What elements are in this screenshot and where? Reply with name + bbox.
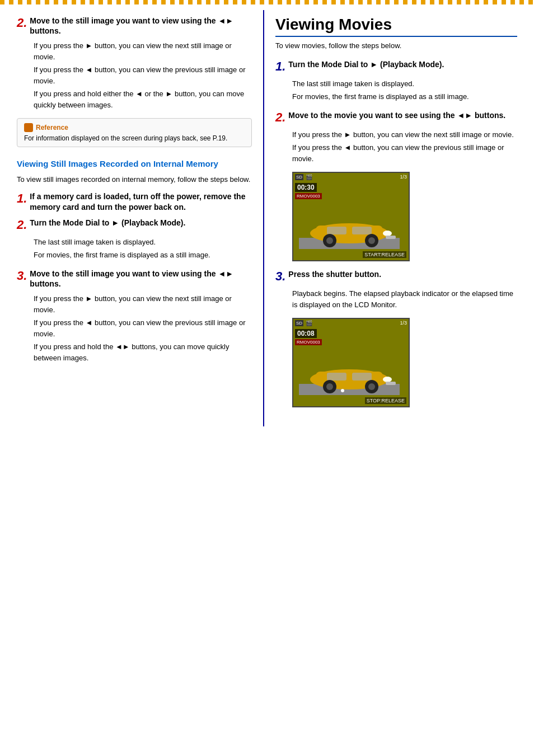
step2b-left-num: 2. bbox=[17, 218, 27, 232]
svg-point-19 bbox=[368, 383, 375, 390]
reference-label: Reference bbox=[36, 124, 68, 132]
step1-right-num: 1. bbox=[275, 59, 285, 74]
step2b-left-heading: Turn the Mode Dial to ► (Playback Mode). bbox=[30, 218, 185, 228]
screen1-timer: 00:30 bbox=[295, 183, 317, 192]
step3-left-num: 3. bbox=[17, 269, 27, 283]
step3-left-p2: If you press the ◄ button, you can view … bbox=[34, 317, 252, 339]
reference-title: Reference bbox=[24, 123, 245, 132]
svg-rect-21 bbox=[386, 382, 396, 385]
reference-box: Reference For information displayed on t… bbox=[17, 118, 252, 147]
viewing-movies-title: Viewing Movies bbox=[275, 16, 517, 37]
svg-rect-3 bbox=[327, 227, 346, 234]
step2-left-num: 2. bbox=[17, 16, 27, 30]
section-title-text: Viewing Still Images Recorded on Interna… bbox=[17, 159, 218, 168]
reference-icon bbox=[24, 123, 33, 132]
step1-right-p1: The last still image taken is displayed. bbox=[292, 78, 517, 90]
car-svg-2 bbox=[299, 350, 400, 395]
step2-left-heading: Move to the still image you want to view… bbox=[30, 16, 252, 36]
step2b-left-p1: The last still image taken is displayed. bbox=[34, 237, 252, 248]
step2-right-header: 2. Move to the movie you want to see usi… bbox=[275, 110, 517, 125]
svg-point-6 bbox=[326, 237, 333, 244]
car-svg-1 bbox=[299, 204, 400, 249]
left-column: 2. Move to the still image you want to v… bbox=[0, 10, 263, 426]
step1-left-num: 1. bbox=[17, 191, 27, 206]
step2b-left-body: The last still image taken is displayed.… bbox=[34, 237, 252, 261]
step1-left-header: 1. If a memory card is loaded, turn off … bbox=[17, 191, 252, 212]
step3-right-p1: Playback begins. The elapsed playback in… bbox=[292, 288, 517, 310]
screen1-label: START:RELEASE bbox=[363, 251, 406, 258]
right-intro: To view movies, follow the steps below. bbox=[275, 40, 517, 51]
camera-screen-1-container: SD 🎬 1/3 00:30 RMOV0003 bbox=[292, 172, 517, 261]
screen2-top-left: SD 🎬 bbox=[295, 320, 312, 326]
step3-left-heading: Move to the still image you want to view… bbox=[30, 269, 252, 289]
step3-right-body: Playback begins. The elapsed playback in… bbox=[292, 288, 517, 310]
reference-body: For information displayed on the screen … bbox=[24, 134, 245, 142]
step2-left-p2: If you press the ◄ button, you can view … bbox=[34, 64, 252, 86]
screen2-filename: RMOV0003 bbox=[295, 339, 322, 345]
step3-right-header: 3. Press the shutter button. bbox=[275, 269, 517, 284]
step2-left-p3: If you press and hold either the ◄ or th… bbox=[34, 88, 252, 110]
step2-right-p2: If you press the ◄ button, you can view … bbox=[292, 142, 517, 164]
svg-point-20 bbox=[383, 377, 392, 382]
screen1-top-left: SD 🎬 bbox=[295, 174, 312, 180]
svg-point-9 bbox=[383, 231, 392, 236]
step2-left-p1: If you press the ► button, you can view … bbox=[34, 40, 252, 62]
svg-rect-10 bbox=[386, 236, 396, 239]
screen2-label: STOP:RELEASE bbox=[365, 397, 406, 404]
screen1-counter: 1/3 bbox=[400, 174, 407, 180]
camera-screen-2-container: SD 🎬 1/3 00:08 RMOV0003 bbox=[292, 318, 517, 407]
film-icon-1: 🎬 bbox=[306, 174, 312, 180]
step1-left-heading: If a memory card is loaded, turn off the… bbox=[30, 191, 252, 212]
step3-right-heading: Press the shutter button. bbox=[288, 269, 381, 279]
step3-left-body: If you press the ► button, you can view … bbox=[34, 293, 252, 363]
step3-left-p3: If you press and hold the ◄► buttons, yo… bbox=[34, 341, 252, 363]
section-intro: To view still images recorded on interna… bbox=[17, 174, 252, 185]
screen2-counter: 1/3 bbox=[400, 320, 407, 326]
step1-right-heading: Turn the Mode Dial to ► (Playback Mode). bbox=[288, 59, 444, 69]
camera-screen-2: SD 🎬 1/3 00:08 RMOV0003 bbox=[292, 318, 410, 407]
step2-right-heading: Move to the movie you want to see using … bbox=[288, 110, 505, 120]
step2-right-body: If you press the ► button, you can view … bbox=[292, 129, 517, 165]
step2-left-header: 2. Move to the still image you want to v… bbox=[17, 16, 252, 36]
section-title: Viewing Still Images Recorded on Interna… bbox=[17, 158, 252, 170]
step3-left-p1: If you press the ► button, you can view … bbox=[34, 293, 252, 315]
page-container: 2. Move to the still image you want to v… bbox=[0, 4, 534, 426]
screen2-timer: 00:08 bbox=[295, 329, 317, 338]
right-column: Viewing Movies To view movies, follow th… bbox=[263, 10, 534, 426]
svg-rect-4 bbox=[352, 227, 372, 234]
svg-rect-14 bbox=[327, 373, 346, 381]
step3-left-header: 3. Move to the still image you want to v… bbox=[17, 269, 252, 289]
step2-right-p1: If you press the ► button, you can view … bbox=[292, 129, 517, 140]
camera-screen-1: SD 🎬 1/3 00:30 RMOV0003 bbox=[292, 172, 410, 261]
step1-right-header: 1. Turn the Mode Dial to ► (Playback Mod… bbox=[275, 59, 517, 74]
svg-rect-15 bbox=[352, 373, 372, 381]
screen1-filename: RMOV0003 bbox=[295, 193, 322, 199]
step2b-left-header: 2. Turn the Mode Dial to ► (Playback Mod… bbox=[17, 218, 252, 232]
step2-right-num: 2. bbox=[275, 110, 285, 125]
top-border bbox=[0, 0, 534, 4]
sd-icon-1: SD bbox=[295, 174, 303, 180]
step1-right-p2: For movies, the first frame is displayed… bbox=[292, 91, 517, 102]
svg-point-8 bbox=[368, 237, 375, 244]
svg-point-22 bbox=[341, 389, 344, 392]
step2-left-body: If you press the ► button, you can view … bbox=[34, 40, 252, 110]
svg-point-17 bbox=[326, 383, 333, 390]
film-icon-2: 🎬 bbox=[306, 320, 312, 326]
sd-icon-2: SD bbox=[295, 320, 303, 326]
step1-right-body: The last still image taken is displayed.… bbox=[292, 78, 517, 102]
step3-right-num: 3. bbox=[275, 269, 285, 284]
step2b-left-p2: For movies, the first frame is displayed… bbox=[34, 250, 252, 261]
